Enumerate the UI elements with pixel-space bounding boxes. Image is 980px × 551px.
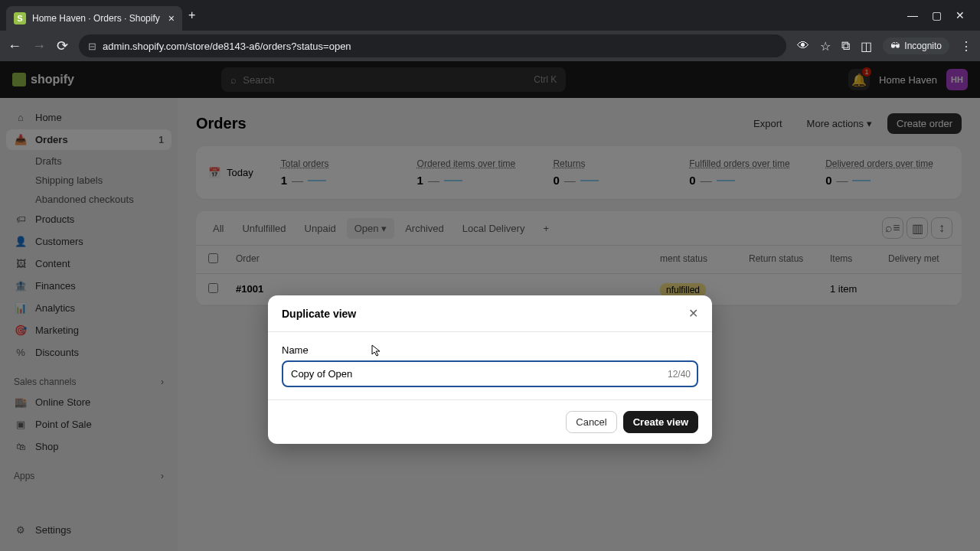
close-icon[interactable]: ✕ [688, 306, 698, 321]
url-text: admin.shopify.com/store/de8143-a6/orders… [103, 41, 351, 52]
name-input[interactable] [282, 360, 698, 387]
incognito-badge[interactable]: 🕶 Incognito [883, 37, 949, 54]
name-label: Name [282, 344, 698, 356]
browser-tab[interactable]: S Home Haven · Orders · Shopify × [6, 6, 182, 31]
create-view-button[interactable]: Create view [623, 411, 698, 433]
shopify-favicon: S [14, 12, 26, 24]
incognito-icon: 🕶 [890, 41, 900, 51]
back-button[interactable]: ← [8, 38, 21, 54]
browser-nav-bar: ← → ⟳ ⊟ admin.shopify.com/store/de8143-a… [0, 31, 980, 61]
tab-close-icon[interactable]: × [168, 12, 175, 24]
duplicate-view-modal: Duplicate view ✕ Name 12/40 Cancel Creat… [268, 295, 712, 444]
char-counter: 12/40 [668, 369, 691, 380]
extensions-icon[interactable]: ⧉ [841, 39, 850, 53]
close-window-icon[interactable]: ✕ [956, 9, 965, 21]
url-bar[interactable]: ⊟ admin.shopify.com/store/de8143-a6/orde… [79, 34, 786, 57]
window-controls: — ▢ ✕ [907, 9, 974, 21]
minimize-icon[interactable]: — [907, 9, 918, 21]
reload-button[interactable]: ⟳ [57, 37, 68, 54]
bookmark-icon[interactable]: ☆ [820, 39, 831, 54]
tab-title: Home Haven · Orders · Shopify [32, 13, 162, 24]
forward-button[interactable]: → [32, 38, 46, 54]
cancel-button[interactable]: Cancel [566, 411, 616, 433]
site-settings-icon[interactable]: ⊟ [88, 41, 96, 52]
eye-off-icon[interactable]: 👁 [797, 39, 809, 53]
browser-tab-bar: S Home Haven · Orders · Shopify × + — ▢ … [0, 0, 980, 31]
new-tab-button[interactable]: + [188, 8, 195, 22]
sidepanel-icon[interactable]: ◫ [861, 39, 872, 54]
maximize-icon[interactable]: ▢ [932, 9, 942, 21]
browser-menu-icon[interactable]: ⋮ [960, 39, 972, 54]
modal-title: Duplicate view [282, 308, 356, 320]
